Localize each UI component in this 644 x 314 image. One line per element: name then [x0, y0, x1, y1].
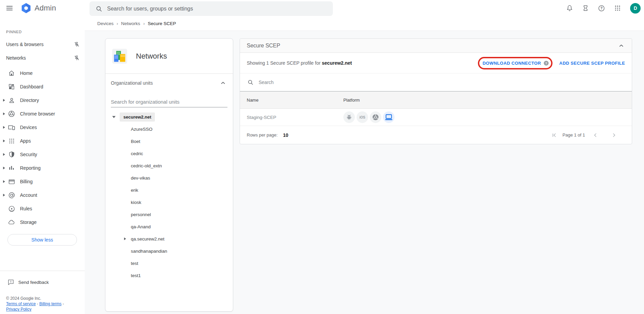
download-connector-button[interactable]: DOWNLOAD CONNECTOR — [483, 61, 541, 66]
table-row[interactable]: Staging-SCEP iOS — [240, 109, 632, 126]
tree-item-azuresso[interactable]: AzureSSO — [105, 123, 233, 135]
tree-item-label: sandhanapandian — [131, 249, 167, 254]
summary-domain: securew2.net — [322, 60, 352, 66]
help-icon[interactable]: ? — [598, 5, 605, 12]
tree-item-dev-vikas[interactable]: dev-vikas — [105, 172, 233, 184]
tree-item-kiosk[interactable]: kiosk — [105, 196, 233, 208]
summary-prefix: Showing 1 Secure SCEP profile for — [247, 60, 322, 66]
tree-item-qa-anand[interactable]: qa-Anand — [105, 221, 233, 233]
sidebar-item-rules[interactable]: Rules — [0, 202, 85, 215]
question-badge-icon[interactable]: ? — [543, 60, 549, 66]
sidebar-item-reporting[interactable]: Reporting — [0, 161, 85, 175]
footer-link-billing-terms[interactable]: Billing terms — [39, 301, 61, 306]
pinned-item-networks[interactable]: Networks — [0, 51, 85, 65]
show-less-button[interactable]: Show less — [7, 234, 77, 246]
sidebar-item-dashboard[interactable]: Dashboard — [0, 80, 85, 93]
pin-off-icon[interactable] — [74, 55, 80, 61]
breadcrumb-item-networks[interactable]: Networks — [121, 21, 140, 26]
sidebar-item-billing[interactable]: Billing — [0, 175, 85, 188]
sidebar-item-account[interactable]: Account — [0, 188, 85, 202]
sidebar-item-apps[interactable]: Apps — [0, 134, 85, 148]
sidebar-item-storage[interactable]: Storage — [0, 215, 85, 229]
rows-per-page-value[interactable]: 10 — [283, 132, 288, 138]
sidebar-item-devices[interactable]: Devices — [0, 121, 85, 134]
footer-link-terms-of-service[interactable]: Terms of service — [6, 301, 36, 306]
topbar: Admin ? D — [0, 0, 644, 16]
global-search-input[interactable] — [107, 6, 329, 12]
caret-right-icon[interactable] — [1, 193, 6, 197]
chrome-icon — [7, 110, 16, 118]
sidebar: PINNED Users & browsersNetworks HomeDash… — [0, 16, 85, 314]
footer-link-privacy-policy[interactable]: Privacy Policy — [6, 307, 32, 312]
tree-item-label: dev-vikas — [131, 175, 150, 181]
ios-label: iOS — [359, 116, 365, 119]
send-feedback-label: Send feedback — [18, 280, 49, 285]
tree-item-erik[interactable]: erik — [105, 184, 233, 196]
add-secure-scep-profile-button[interactable]: ADD SECURE SCEP PROFILE — [559, 61, 625, 66]
tree-item-boet[interactable]: Boet — [105, 135, 233, 147]
rows-per-page: Rows per page: 10 — [247, 132, 288, 138]
pagination-row: Rows per page: 10 Page 1 of 1 — [240, 126, 632, 144]
chevron-right-icon[interactable] — [611, 132, 617, 138]
collapse-chevron-up-icon[interactable] — [618, 42, 625, 49]
tree-item-test1[interactable]: test1 — [105, 269, 233, 281]
caret-right-icon[interactable] — [124, 237, 131, 240]
chevron-left-icon[interactable] — [592, 132, 599, 138]
dashboard-icon — [7, 83, 16, 90]
org-units-search-input[interactable] — [111, 98, 227, 107]
tree-item-test[interactable]: test — [105, 257, 233, 269]
search-icon — [96, 5, 102, 12]
menu-icon[interactable] — [5, 4, 14, 12]
feedback-icon — [7, 279, 14, 286]
sidebar-item-home[interactable]: Home — [0, 66, 85, 80]
avatar[interactable]: D — [630, 3, 641, 14]
apps-grid-icon[interactable] — [614, 5, 621, 12]
rules-icon — [7, 205, 16, 212]
footer-links: Terms of service - Billing terms - Priva… — [6, 301, 78, 312]
notifications-bell-icon[interactable] — [566, 4, 573, 12]
caret-right-icon[interactable] — [1, 112, 6, 116]
sidebar-item-label: Storage — [20, 219, 37, 225]
caret-down-icon[interactable] — [112, 116, 120, 118]
global-search[interactable] — [89, 1, 333, 16]
tree-item-root[interactable]: securew2.net — [105, 111, 233, 123]
tree-item-cedric[interactable]: cedric — [105, 147, 233, 160]
send-feedback-button[interactable]: Send feedback — [0, 275, 85, 289]
platform-chrome-icon — [370, 111, 381, 123]
tree-item-qa-securew2-net[interactable]: qa.securew2.net — [105, 233, 233, 245]
sidebar-item-security[interactable]: Security — [0, 148, 85, 161]
caret-right-icon[interactable] — [1, 139, 6, 143]
tree-item-label: Boet — [131, 139, 140, 144]
pin-off-icon[interactable] — [74, 41, 80, 48]
breadcrumb-item-secure-scep: Secure SCEP — [148, 21, 176, 26]
caret-right-icon[interactable] — [1, 126, 6, 129]
pinned-item-label: Users & browsers — [6, 42, 74, 47]
platform-android-icon — [343, 111, 355, 123]
scep-search-input[interactable] — [259, 80, 624, 85]
caret-right-icon[interactable] — [1, 166, 6, 170]
caret-right-icon[interactable] — [1, 99, 6, 102]
pinned-list: Users & browsersNetworks — [0, 38, 85, 65]
tree-item-sandhanapandian[interactable]: sandhanapandian — [105, 245, 233, 257]
pinned-item-users-browsers[interactable]: Users & browsers — [0, 38, 85, 51]
caret-right-icon[interactable] — [1, 180, 6, 183]
tree-item-personnel[interactable]: personnel — [105, 208, 233, 221]
sidebar-item-directory[interactable]: Directory — [0, 93, 85, 107]
sidebar-item-label: Rules — [20, 206, 32, 211]
caret-right-icon[interactable] — [1, 153, 6, 156]
tree-item-label: AzureSSO — [131, 127, 153, 132]
tasks-hourglass-icon[interactable] — [582, 4, 589, 12]
org-units-section-header[interactable]: Organizational units — [105, 74, 233, 92]
admin-logo-icon — [21, 3, 31, 13]
tree-item-cedric-old-extn[interactable]: cedric-old_extn — [105, 160, 233, 172]
chevron-up-icon[interactable] — [219, 79, 227, 87]
tree-root-label[interactable]: securew2.net — [120, 112, 155, 122]
sidebar-divider — [0, 271, 85, 271]
scep-actions: DOWNLOAD CONNECTOR ? ADD SECURE SCEP PRO… — [482, 60, 625, 66]
profile-name-cell[interactable]: Staging-SCEP — [240, 115, 343, 120]
table-header-row: Name Platform — [240, 91, 632, 109]
cloud-icon — [7, 219, 16, 226]
first-page-icon[interactable] — [551, 132, 557, 138]
breadcrumb-item-devices[interactable]: Devices — [97, 21, 114, 26]
sidebar-item-chrome-browser[interactable]: Chrome browser — [0, 107, 85, 121]
